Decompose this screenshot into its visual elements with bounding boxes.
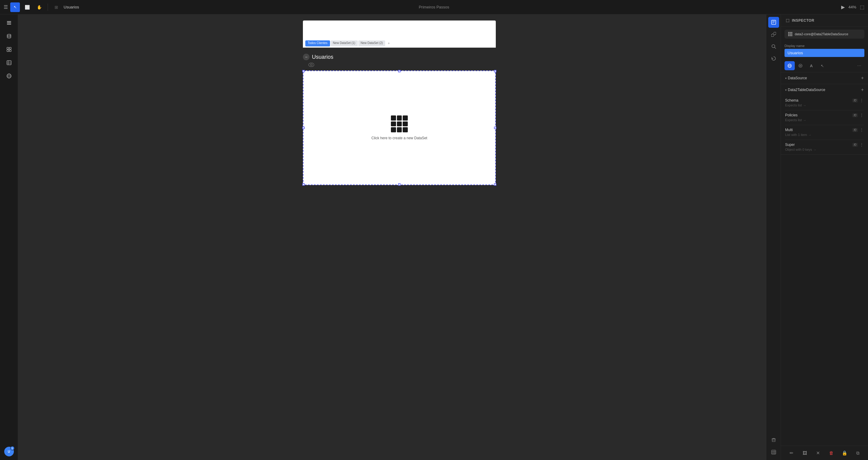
- user-avatar[interactable]: U 1: [4, 447, 14, 456]
- edge-search-button[interactable]: [768, 41, 779, 52]
- usuarios-header: − Usuarios: [303, 54, 496, 60]
- property-multi: Multi f0 ⋮ List with 1 item→: [781, 125, 868, 140]
- datasource-chip-text: data2-core@Data2TableDataSource: [795, 32, 848, 36]
- bottom-image-tool[interactable]: 🖼: [799, 448, 810, 458]
- property-super: Super f0 ⋮ Object with 0 keys→: [781, 140, 868, 154]
- svg-point-20: [799, 64, 802, 67]
- edge-history-button[interactable]: [768, 53, 779, 64]
- datasource-section-title: ▾ DataSource: [785, 76, 807, 80]
- canvas-section: Todos Clientes New DataSet (1) New DataS…: [303, 21, 496, 185]
- svg-rect-22: [772, 20, 776, 24]
- bottom-close-tool[interactable]: ✕: [812, 448, 824, 458]
- display-name-input[interactable]: [784, 49, 864, 57]
- tool-crop[interactable]: ⬜: [22, 2, 32, 12]
- property-multi-header: Multi f0 ⋮: [785, 127, 864, 132]
- header-left: ☰ ↖ ⬜ ✋ ⊞ Usuarios: [4, 2, 88, 12]
- property-schema-header: Schema f0 ⋮: [785, 98, 864, 103]
- resize-handle-mr[interactable]: [494, 127, 496, 129]
- sidebar-item-database[interactable]: [3, 30, 15, 42]
- sidebar-item-table[interactable]: [3, 57, 15, 69]
- resize-handle-tm[interactable]: [398, 70, 401, 72]
- super-fo-badge: f0: [852, 143, 858, 147]
- notification-badge: 1: [10, 446, 14, 450]
- center-title: Primeiros Passos: [418, 5, 449, 9]
- tab-add-button[interactable]: +: [386, 40, 392, 47]
- edge-grid-bottom-button[interactable]: [768, 447, 779, 458]
- svg-rect-6: [7, 50, 9, 52]
- inspector-tabs: A ↖ ···: [781, 59, 868, 72]
- property-multi-badge: f0 ⋮: [852, 127, 864, 132]
- usuarios-section: − Usuarios: [303, 54, 496, 185]
- eye-icon[interactable]: [308, 63, 314, 68]
- tool-hand[interactable]: ✋: [34, 2, 44, 12]
- inspector-panel: ⬚ INSPECTOR data2-core@Data2TableDataSou…: [781, 14, 868, 460]
- tab-type[interactable]: A: [806, 61, 816, 70]
- dataset-container[interactable]: Click here to create a new DataSet: [303, 70, 496, 185]
- tab-new-dataset-2[interactable]: New DataSet (2): [358, 40, 385, 47]
- datasource-chip[interactable]: data2-core@Data2TableDataSource: [784, 30, 864, 38]
- policies-more-button[interactable]: ⋮: [860, 113, 864, 118]
- datasource-add-button[interactable]: +: [861, 75, 864, 81]
- property-super-name: Super: [785, 143, 795, 147]
- sidebar-item-layers[interactable]: [3, 17, 15, 29]
- bottom-lock-tool[interactable]: 🔒: [839, 448, 850, 458]
- edge-delete-bottom-button[interactable]: [768, 435, 779, 446]
- canvas-area[interactable]: Todos Clientes New DataSet (1) New DataS…: [18, 14, 781, 460]
- bottom-delete-tool[interactable]: 🗑: [826, 448, 837, 458]
- svg-rect-7: [9, 50, 11, 52]
- menu-icon[interactable]: ☰: [4, 4, 8, 10]
- resize-handle-tl[interactable]: [302, 70, 305, 72]
- display-name-label: Display name: [784, 44, 864, 48]
- data2-section-header[interactable]: ▾ Data2TableDataSource +: [781, 84, 868, 96]
- tab-new-dataset-1[interactable]: New DataSet (1): [331, 40, 358, 47]
- resize-handle-bm[interactable]: [398, 183, 401, 186]
- datasource-grid-icon: [788, 32, 792, 36]
- policies-value[interactable]: Expects list→: [785, 118, 864, 124]
- page-name: Usuarios: [64, 5, 79, 9]
- bottom-copy-tool[interactable]: ⧉: [852, 448, 863, 458]
- bottom-edit-tool[interactable]: ✏: [786, 448, 797, 458]
- new-dataset-text: Click here to create a new DataSet: [371, 136, 427, 140]
- tab-target[interactable]: [795, 61, 806, 70]
- multi-more-button[interactable]: ⋮: [860, 127, 864, 132]
- svg-rect-4: [7, 47, 9, 49]
- schema-value[interactable]: Expects list→: [785, 103, 864, 110]
- multi-fo-badge: f0: [852, 128, 858, 132]
- sidebar-item-components[interactable]: [3, 43, 15, 56]
- property-policies-header: Policies f0 ⋮: [785, 113, 864, 118]
- play-button[interactable]: ▶: [841, 4, 845, 10]
- left-sidebar: U 1: [0, 14, 18, 460]
- datasource-section-header[interactable]: ▾ DataSource +: [781, 72, 868, 84]
- super-more-button[interactable]: ⋮: [860, 142, 864, 147]
- sidebar-item-globe[interactable]: [3, 70, 15, 82]
- save-button[interactable]: ⬚: [860, 4, 864, 10]
- property-schema-name: Schema: [785, 98, 798, 102]
- edge-edit-button[interactable]: [768, 17, 779, 28]
- svg-rect-28: [772, 439, 775, 441]
- multi-value[interactable]: List with 1 item→: [785, 132, 864, 139]
- tab-cursor[interactable]: ↖: [817, 61, 827, 70]
- data2-add-button[interactable]: +: [861, 87, 864, 93]
- tab-globe[interactable]: [784, 61, 795, 70]
- svg-point-21: [800, 65, 801, 66]
- resize-handle-tr[interactable]: [494, 70, 496, 72]
- resize-handle-bl[interactable]: [302, 183, 305, 186]
- tool-select[interactable]: ↖: [10, 2, 20, 12]
- collapse-button[interactable]: −: [303, 54, 310, 60]
- property-schema-badge: f0 ⋮: [852, 98, 864, 103]
- super-value[interactable]: Object with 0 keys→: [785, 147, 864, 154]
- resize-handle-br[interactable]: [494, 183, 496, 186]
- data2-section: ▾ Data2TableDataSource + Schema f0 ⋮: [781, 84, 868, 155]
- svg-point-3: [7, 34, 11, 36]
- svg-point-15: [309, 63, 314, 67]
- zoom-level[interactable]: 44%: [848, 5, 856, 9]
- right-edge-panel: [766, 14, 781, 460]
- tab-todos-clientes[interactable]: Todos Clientes: [305, 40, 330, 47]
- schema-more-button[interactable]: ⋮: [860, 98, 864, 103]
- tab-more[interactable]: ···: [854, 61, 864, 70]
- inspector-scroll: ▾ DataSource + ▾ Data2TableDataSource +: [781, 72, 868, 446]
- resize-handle-ml[interactable]: [302, 127, 305, 129]
- property-multi-name: Multi: [785, 128, 793, 132]
- edge-link-button[interactable]: [768, 29, 779, 40]
- top-header: ☰ ↖ ⬜ ✋ ⊞ Usuarios Primeiros Passos ▶ 44…: [0, 0, 868, 14]
